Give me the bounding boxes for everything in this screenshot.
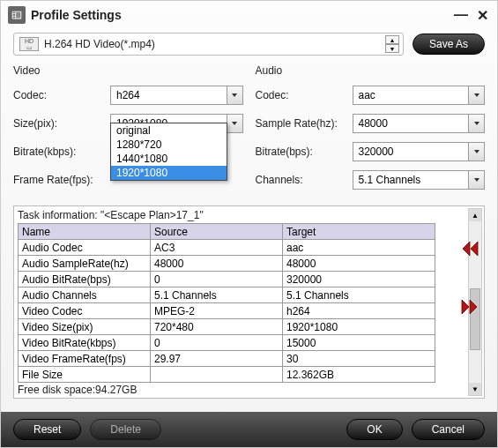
chevron-down-icon[interactable]	[468, 171, 484, 189]
video-size-label: Size(pix):	[13, 117, 110, 130]
save-as-button[interactable]: Save As	[413, 34, 485, 55]
settings-area: Video Codec: h264 Size(pix): 1920*1080 B…	[1, 63, 497, 204]
dropdown-option[interactable]: original	[111, 123, 227, 138]
table-row: Video BitRate(kbps)015000	[19, 335, 435, 351]
table-cell: 720*480	[151, 319, 283, 335]
table-row: Video CodecMPEG-2h264	[19, 303, 435, 319]
profile-select[interactable]: HD▭ H.264 HD Video(*.mp4) ▲ ▼	[13, 33, 404, 56]
table-row: Video FrameRate(fps)29.9730	[19, 351, 435, 367]
table-cell: Video Codec	[19, 303, 151, 319]
table-cell: Video Size(pix)	[19, 319, 151, 335]
table-header: Name	[19, 224, 151, 240]
reset-button[interactable]: Reset	[13, 419, 81, 440]
task-info-panel: Task information: "<Escape Plan>17_1" Na…	[13, 205, 485, 399]
table-cell: 29.97	[151, 351, 283, 367]
video-codec-select[interactable]: h264	[110, 86, 243, 105]
bottom-toolbar: Reset Delete OK Cancel	[1, 412, 497, 447]
audio-codec-label: Codec:	[256, 89, 353, 101]
table-cell: aac	[283, 240, 435, 256]
table-row: Audio SampleRate(hz)4800048000	[19, 256, 435, 272]
ok-button[interactable]: OK	[346, 419, 402, 440]
delete-button[interactable]: Delete	[90, 419, 161, 440]
svg-rect-1	[13, 12, 16, 14]
table-cell: 30	[283, 351, 435, 367]
table-cell: AC3	[151, 240, 283, 256]
table-cell: 5.1 Channels	[151, 287, 283, 303]
chevron-down-icon[interactable]	[468, 143, 484, 161]
audio-section-title: Audio	[256, 64, 486, 77]
audio-bitrate-label: Bitrate(bps):	[256, 146, 353, 158]
scroll-down-icon[interactable]: ▼	[469, 383, 481, 395]
chevron-down-icon[interactable]	[227, 86, 242, 104]
next-button[interactable]	[458, 297, 481, 317]
table-cell: 320000	[283, 272, 435, 287]
table-cell: Audio BitRate(bps)	[19, 272, 151, 287]
table-cell: Audio Channels	[19, 287, 151, 303]
audio-section: Audio Codec: aac Sample Rate(hz): 48000 …	[256, 64, 486, 198]
chevron-down-icon[interactable]	[227, 115, 242, 132]
dropdown-option-selected[interactable]: 1920*1080	[111, 166, 227, 180]
table-cell: 48000	[283, 256, 435, 272]
chevron-down-icon[interactable]	[468, 86, 484, 104]
table-cell: 0	[151, 272, 283, 287]
video-section-title: Video	[13, 64, 243, 77]
task-info-title: Task information: "<Escape Plan>17_1"	[18, 209, 480, 221]
table-cell: MPEG-2	[151, 303, 283, 319]
table-row: Audio CodecAC3aac	[19, 240, 435, 256]
profile-select-text: H.264 HD Video(*.mp4)	[44, 38, 380, 50]
svg-rect-3	[13, 17, 16, 19]
table-header: Target	[283, 224, 435, 240]
free-disk-text: Free disk space:94.27GB	[18, 384, 480, 396]
table-cell: 48000	[151, 256, 283, 272]
table-header: Source	[151, 224, 283, 240]
chevron-down-icon[interactable]: ▼	[385, 44, 399, 53]
video-codec-label: Codec:	[13, 89, 110, 101]
dropdown-option[interactable]: 1280*720	[111, 138, 227, 152]
table-cell: Video BitRate(kbps)	[19, 335, 151, 351]
prev-button[interactable]	[458, 239, 481, 258]
chevron-up-icon[interactable]: ▲	[385, 35, 399, 44]
table-cell: File Size	[19, 367, 151, 383]
dropdown-option[interactable]: 1440*1080	[111, 152, 227, 166]
cancel-button[interactable]: Cancel	[412, 419, 485, 440]
table-cell: 5.1 Channels	[283, 287, 435, 303]
titlebar: Profile Settings — ✕	[1, 1, 497, 29]
table-row: Audio Channels5.1 Channels5.1 Channels	[19, 287, 435, 303]
table-cell: Audio Codec	[19, 240, 151, 256]
window: Profile Settings — ✕ HD▭ H.264 HD Video(…	[0, 0, 498, 448]
table-cell: 15000	[283, 335, 435, 351]
table-row: Video Size(pix)720*4801920*1080	[19, 319, 435, 335]
table-cell: h264	[283, 303, 435, 319]
format-icon: HD▭	[19, 37, 39, 51]
audio-channels-select[interactable]: 5.1 Channels	[353, 170, 486, 190]
table-cell: 0	[151, 335, 283, 351]
scroll-up-icon[interactable]: ▲	[469, 209, 481, 221]
video-bitrate-label: Bitrate(kbps):	[13, 146, 110, 158]
close-button[interactable]: ✕	[474, 7, 490, 23]
table-cell: Audio SampleRate(hz)	[19, 256, 151, 272]
window-title: Profile Settings	[31, 8, 448, 22]
video-size-dropdown[interactable]: original 1280*720 1440*1080 1920*1080	[110, 123, 227, 181]
table-row: File Size12.362GB	[19, 367, 435, 383]
audio-bitrate-select[interactable]: 320000	[353, 142, 486, 161]
svg-rect-4	[16, 12, 20, 19]
audio-samplerate-select[interactable]: 48000	[353, 114, 486, 133]
audio-channels-label: Channels:	[256, 174, 353, 186]
table-cell	[151, 367, 283, 383]
table-row: Audio BitRate(bps)0320000	[19, 272, 435, 287]
minimize-button[interactable]: —	[453, 7, 469, 23]
app-icon	[8, 6, 26, 24]
chevron-down-icon[interactable]	[468, 115, 484, 132]
table-cell: 12.362GB	[283, 367, 435, 383]
audio-samplerate-label: Sample Rate(hz):	[256, 117, 353, 130]
profile-row: HD▭ H.264 HD Video(*.mp4) ▲ ▼ Save As	[1, 29, 497, 63]
task-table: Name Source Target Audio CodecAC3aacAudi…	[18, 223, 435, 383]
video-framerate-label: Frame Rate(fps):	[13, 174, 110, 186]
table-cell: 1920*1080	[283, 319, 435, 335]
profile-spinner[interactable]: ▲ ▼	[385, 35, 399, 53]
table-cell: Video FrameRate(fps)	[19, 351, 151, 367]
audio-codec-select[interactable]: aac	[353, 86, 486, 105]
svg-rect-2	[13, 14, 16, 16]
